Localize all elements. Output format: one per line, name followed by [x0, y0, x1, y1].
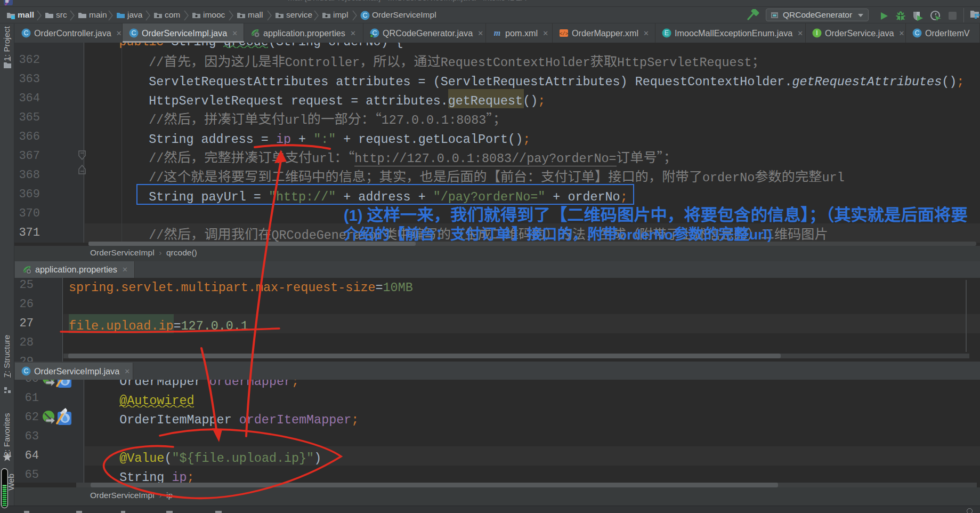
svg-text:C: C — [914, 29, 919, 37]
svg-text:C: C — [131, 29, 136, 37]
svg-text:</>: </> — [560, 31, 568, 37]
svg-text:E: E — [665, 29, 669, 37]
svg-text:C: C — [23, 29, 28, 37]
svg-text:I: I — [816, 29, 817, 37]
svg-text:m: m — [494, 28, 500, 37]
svg-text:C: C — [23, 367, 28, 375]
svg-text:C: C — [362, 12, 367, 19]
